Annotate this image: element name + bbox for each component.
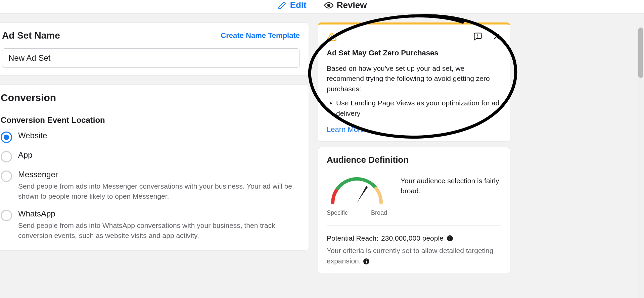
audience-heading: Audience Definition [327, 155, 501, 165]
close-icon[interactable] [492, 32, 501, 41]
right-column: Ad Set May Get Zero Purchases Based on h… [318, 14, 510, 298]
tab-edit-label: Edit [290, 0, 307, 10]
warning-list: Use Landing Page Views as your optimizat… [327, 98, 501, 118]
radio-messenger[interactable] [1, 170, 12, 182]
criteria-text: Your criteria is currently set to allow … [327, 246, 501, 266]
radio-whatsapp[interactable] [1, 210, 12, 221]
info-icon[interactable] [446, 235, 454, 242]
scrollbar-thumb[interactable] [638, 28, 643, 78]
learn-more-link[interactable]: Learn More [327, 125, 365, 134]
radio-app[interactable] [1, 151, 12, 162]
page-body: Ad Set Name Create Name Template Convers… [0, 13, 644, 298]
radio-app-label: App [18, 150, 300, 160]
feedback-icon[interactable] [473, 32, 482, 41]
tabs-header: Edit Review [0, 0, 644, 13]
create-name-template-link[interactable]: Create Name Template [221, 31, 300, 40]
warning-card: Ad Set May Get Zero Purchases Based on h… [318, 22, 510, 142]
radio-messenger-label: Messenger [18, 170, 300, 179]
info-icon-2[interactable] [363, 258, 370, 265]
left-column: Ad Set Name Create Name Template Convers… [0, 14, 309, 298]
radio-website[interactable] [1, 132, 12, 143]
svg-point-10 [449, 236, 450, 237]
ad-set-name-input[interactable] [2, 48, 300, 68]
warning-body: Based on how you've set up your ad set, … [327, 63, 501, 94]
radio-messenger-desc: Send people from ads into Messenger conv… [18, 181, 300, 202]
potential-reach-line: Potential Reach: 230,000,000 people [327, 234, 501, 242]
gauge-label-broad: Broad [371, 209, 387, 216]
svg-point-13 [366, 259, 367, 260]
warning-bullet: Use Landing Page Views as your optimizat… [336, 98, 501, 118]
radio-option-website[interactable]: Website [1, 131, 300, 143]
radio-option-app[interactable]: App [1, 150, 300, 162]
radio-option-messenger[interactable]: Messenger Send people from ads into Mess… [1, 170, 300, 202]
conversion-location-heading: Conversion Event Location [1, 115, 300, 125]
svg-point-0 [327, 4, 330, 6]
svg-rect-12 [366, 261, 367, 263]
warning-triangle-icon [327, 32, 337, 42]
audience-definition-card: Audience Definition Specific Broad Your … [318, 147, 510, 274]
tab-review-label: Review [337, 0, 367, 10]
conversion-card: Conversion Conversion Event Location Web… [0, 84, 309, 251]
radio-whatsapp-label: WhatsApp [18, 209, 300, 218]
radio-website-label: Website [18, 131, 300, 140]
audience-message: Your audience selection is fairly broad. [401, 172, 501, 196]
svg-rect-9 [450, 238, 450, 240]
criteria-text-span: Your criteria is currently set to allow … [327, 247, 493, 264]
audience-gauge: Specific Broad [327, 172, 387, 216]
radio-whatsapp-desc: Send people from ads into WhatsApp conve… [18, 220, 300, 241]
svg-point-2 [331, 39, 332, 40]
warning-title: Ad Set May Get Zero Purchases [327, 49, 501, 57]
conversion-heading: Conversion [1, 92, 300, 103]
scrollbar-track[interactable] [637, 28, 644, 298]
reach-value: 230,000,000 people [381, 234, 444, 242]
pencil-icon [277, 1, 287, 10]
svg-point-4 [477, 37, 478, 38]
ad-set-name-card: Ad Set Name Create Name Template [0, 22, 309, 76]
gauge-label-specific: Specific [327, 209, 348, 216]
svg-marker-7 [357, 186, 368, 203]
ad-set-name-heading: Ad Set Name [2, 30, 60, 41]
eye-icon [324, 1, 333, 10]
reach-label: Potential Reach: [327, 234, 378, 242]
radio-option-whatsapp[interactable]: WhatsApp Send people from ads into Whats… [1, 209, 300, 241]
